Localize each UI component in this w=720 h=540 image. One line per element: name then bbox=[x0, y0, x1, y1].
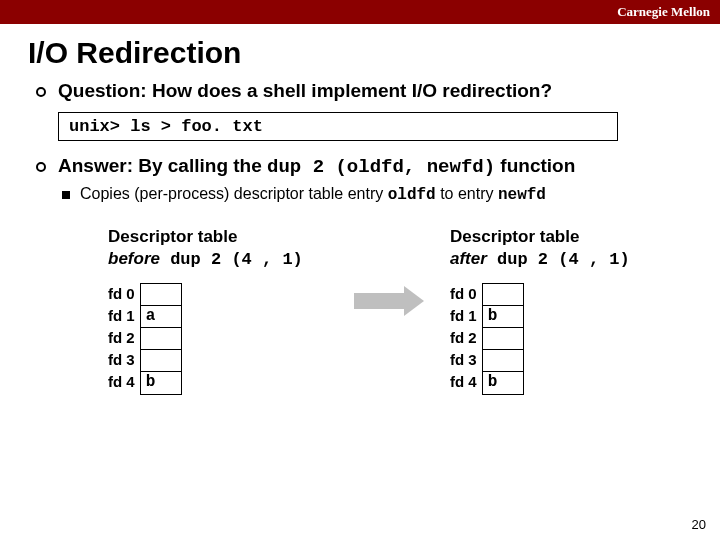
answer-sub-text: Copies (per-process) descriptor table en… bbox=[80, 185, 546, 204]
hollow-bullet-icon bbox=[36, 87, 46, 97]
fd-label: fd 0 bbox=[108, 283, 138, 305]
tables-container: Descriptor table before dup 2 (4 , 1) fd… bbox=[108, 226, 684, 395]
fd-cell bbox=[483, 284, 523, 306]
hollow-bullet-icon bbox=[36, 162, 46, 172]
sub-prefix: Copies (per-process) descriptor table en… bbox=[80, 185, 388, 202]
fd-label: fd 4 bbox=[108, 371, 138, 393]
answer-prefix: Answer: By calling the bbox=[58, 155, 267, 176]
after-title-em: after bbox=[450, 249, 487, 268]
after-table: fd 0 fd 1 fd 2 fd 3 fd 4 b b bbox=[450, 283, 670, 395]
fd-cell: b bbox=[483, 372, 523, 394]
arrow-container bbox=[328, 226, 450, 316]
fd-cell bbox=[141, 350, 181, 372]
after-block: Descriptor table after dup 2 (4 , 1) fd … bbox=[450, 226, 670, 395]
slide-title: I/O Redirection bbox=[0, 24, 720, 80]
fd-cell: a bbox=[141, 306, 181, 328]
after-title-line1: Descriptor table bbox=[450, 227, 579, 246]
page-number: 20 bbox=[692, 517, 706, 532]
fd-cell bbox=[483, 350, 523, 372]
after-title-call: dup 2 (4 , 1) bbox=[487, 250, 630, 269]
after-labels: fd 0 fd 1 fd 2 fd 3 fd 4 bbox=[450, 283, 480, 395]
sub-newfd: newfd bbox=[498, 186, 546, 204]
question-text: Question: How does a shell implement I/O… bbox=[58, 80, 552, 102]
answer-fn: dup 2 (oldfd, newfd) bbox=[267, 156, 495, 178]
fd-label: fd 2 bbox=[450, 327, 480, 349]
answer-text: Answer: By calling the dup 2 (oldfd, new… bbox=[58, 155, 575, 178]
fd-cell: b bbox=[483, 306, 523, 328]
arrow-right-icon bbox=[354, 286, 424, 316]
before-table: fd 0 fd 1 fd 2 fd 3 fd 4 a b bbox=[108, 283, 328, 395]
fd-label: fd 3 bbox=[450, 349, 480, 371]
brand-bar: Carnegie Mellon bbox=[0, 0, 720, 24]
fd-cell bbox=[141, 284, 181, 306]
answer-sub-row: Copies (per-process) descriptor table en… bbox=[62, 184, 684, 204]
before-block: Descriptor table before dup 2 (4 , 1) fd… bbox=[108, 226, 328, 395]
before-title-call: dup 2 (4 , 1) bbox=[160, 250, 303, 269]
fd-cell: b bbox=[141, 372, 181, 394]
fd-label: fd 4 bbox=[450, 371, 480, 393]
fd-label: fd 1 bbox=[108, 305, 138, 327]
after-cells: b b bbox=[482, 283, 524, 395]
answer-row: Answer: By calling the dup 2 (oldfd, new… bbox=[36, 155, 684, 178]
fd-cell bbox=[483, 328, 523, 350]
before-cells: a b bbox=[140, 283, 182, 395]
command-box: unix> ls > foo. txt bbox=[58, 112, 618, 141]
before-labels: fd 0 fd 1 fd 2 fd 3 fd 4 bbox=[108, 283, 138, 395]
before-title-em: before bbox=[108, 249, 160, 268]
fd-label: fd 3 bbox=[108, 349, 138, 371]
before-title-line1: Descriptor table bbox=[108, 227, 237, 246]
before-title: Descriptor table before dup 2 (4 , 1) bbox=[108, 226, 328, 271]
brand-text: Carnegie Mellon bbox=[617, 4, 710, 19]
question-row: Question: How does a shell implement I/O… bbox=[36, 80, 684, 102]
sub-oldfd: oldfd bbox=[388, 186, 436, 204]
after-title: Descriptor table after dup 2 (4 , 1) bbox=[450, 226, 670, 271]
sub-mid: to entry bbox=[436, 185, 498, 202]
fd-cell bbox=[141, 328, 181, 350]
fd-label: fd 1 bbox=[450, 305, 480, 327]
fd-label: fd 0 bbox=[450, 283, 480, 305]
square-bullet-icon bbox=[62, 191, 70, 199]
slide-body: Question: How does a shell implement I/O… bbox=[0, 80, 720, 395]
answer-suffix: function bbox=[495, 155, 575, 176]
fd-label: fd 2 bbox=[108, 327, 138, 349]
